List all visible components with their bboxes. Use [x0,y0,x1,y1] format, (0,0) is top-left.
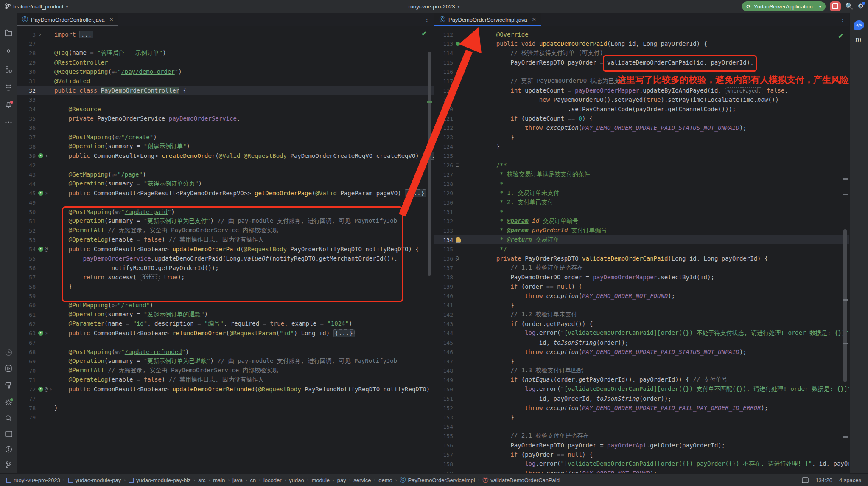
code-line[interactable]: 136@ private PayOrderRespDTO validateDem… [434,254,849,263]
code-line[interactable]: 77 [17,394,434,403]
line-number[interactable]: 132 [434,218,456,225]
fold-arrow-icon[interactable]: › [45,330,48,337]
line-number[interactable]: 71 [17,377,38,383]
line-number[interactable]: 157 [434,452,456,458]
line-number[interactable]: 67 [17,340,38,346]
line-number[interactable]: 77 [17,396,38,402]
code-line[interactable]: 124 } [434,142,849,151]
more-icon[interactable] [0,116,17,129]
fold-arrow-icon[interactable]: › [45,152,48,159]
line-number[interactable]: 36 [17,125,38,131]
fold-arrow-icon[interactable]: › [45,190,48,197]
code-line[interactable]: 121 if (updateCount == 0) { [434,114,849,123]
code-line[interactable]: 32public class PayDemoOrderController { [17,86,434,95]
code-line[interactable]: 44 @Operation(summary = "获得示例订单分页") [17,179,434,188]
indent-setting[interactable]: 4 spaces [839,477,861,483]
code-line[interactable]: 130 * 2. 支付单已支付 [434,198,849,207]
line-number[interactable]: 124 [434,143,456,150]
line-number[interactable]: 57 [17,274,38,281]
code-line[interactable]: 149 if (notEqual(order.getPayOrderId(), … [434,375,849,385]
line-number[interactable]: 78 [17,405,38,411]
line-number[interactable]: 128 [434,181,456,187]
code-line[interactable]: 61 @Operation(summary = "发起示例订单的退款") [17,310,434,319]
code-line[interactable]: 62 @Parameter(name = "id", description =… [17,319,434,329]
debug-icon[interactable] [0,396,17,408]
breadcrumb-item[interactable]: module [311,477,330,483]
breadcrumb-item[interactable]: yudao-module-pay [68,477,121,483]
line-number[interactable]: 158 [434,461,456,467]
run-icon[interactable] [0,362,17,375]
line-number[interactable]: 134 [434,237,456,243]
code-line[interactable]: 129 * 1. 交易订单未支付 [434,188,849,198]
code-line[interactable]: 57 return success( data: true); [17,272,434,282]
line-number[interactable]: 50 [17,209,38,215]
code-line[interactable]: 131 * [434,207,849,216]
branch-widget[interactable]: feature/mall_product ▾ [5,3,68,10]
line-number[interactable]: 63 [17,330,38,337]
line-number[interactable]: 49 [17,199,38,206]
problems-icon[interactable] [0,443,17,455]
code-line[interactable]: 38 @Operation(summary = "创建示例订单") [17,142,434,151]
code-line[interactable]: 52 @PermitAll // 无需登录, 安全由 PayDemoOrderS… [17,226,434,235]
line-number[interactable]: 147 [434,358,456,365]
line-number[interactable]: 129 [434,190,456,197]
line-number[interactable]: 146 [434,349,456,355]
notifications-icon[interactable] [0,98,17,111]
code-editor-left[interactable]: 3›import ...2728@Tag(name = "管理后台 - 示例订单… [17,26,434,473]
line-number[interactable]: 69 [17,358,38,365]
code-line[interactable]: 128 * [434,179,849,188]
code-line[interactable]: 127 * 校验交易订单满足被支付的条件 [434,170,849,179]
line-number[interactable]: 37 [17,134,38,140]
breadcrumb-item[interactable]: iocoder [263,477,282,483]
fold-arrow-icon[interactable]: › [38,31,42,38]
line-number[interactable]: 27 [17,41,38,47]
breadcrumb-item[interactable]: ⒸPayDemoOrderServiceImpl [400,476,475,484]
line-number[interactable]: 58 [17,284,38,290]
code-line[interactable]: 159 throw exception(PAY_ORDER_NOT_FOUND)… [434,469,849,473]
code-line[interactable]: 148 // 1.3 校验支付订单匹配 [434,366,849,375]
inspections-ok-icon[interactable]: ✔ [421,30,427,37]
tab-paydemoordercontroller[interactable]: Ⓒ PayDemoOrderController.java ✕ [17,13,118,26]
code-line[interactable]: 153 } [434,413,849,422]
line-number[interactable]: 140 [434,293,456,299]
breadcrumb-item[interactable]: service [353,477,371,483]
line-number[interactable]: 35 [17,115,38,122]
code-line[interactable]: 158 log.error("[validateDemoOrderCanPaid… [434,459,849,469]
line-number[interactable]: 121 [434,115,456,122]
code-line[interactable]: 141 } [434,301,849,310]
code-line[interactable]: 123 } [434,132,849,142]
line-number[interactable]: 31 [17,78,38,84]
line-number[interactable]: 149 [434,377,456,383]
line-number[interactable]: 115 [434,59,456,66]
line-number[interactable]: 137 [434,265,456,271]
line-number[interactable]: 43 [17,171,38,178]
line-number[interactable]: 55 [17,256,38,262]
line-number[interactable]: 133 [434,228,456,234]
code-line[interactable]: 39➤› public CommonResult<Long> createDem… [17,151,434,160]
code-line[interactable]: 156 PayOrderRespDTO payOrder = payOrderA… [434,441,849,450]
line-number[interactable]: 141 [434,302,456,309]
terminal-icon[interactable] [0,427,17,440]
line-number[interactable]: 3 [17,31,38,38]
code-line[interactable]: 28@Tag(name = "管理后台 - 示例订单") [17,48,434,58]
breadcrumb-item[interactable]: ruoyi-vue-pro-2023 [6,477,60,483]
line-number[interactable]: 52 [17,228,38,234]
code-line[interactable]: 58 } [17,282,434,291]
code-line[interactable]: 56 notifyReqDTO.getPayOrderId()); [17,263,434,272]
intention-bulb-icon[interactable] [456,237,461,243]
line-number[interactable]: 153 [434,414,456,421]
breadcrumb-item[interactable]: demo [378,477,392,483]
code-line[interactable]: 114 // 校验并获得支付订单 (可支付) [434,48,849,58]
code-editor-right[interactable]: 112 @Override113↑ public void updateDemo… [434,26,849,473]
code-line[interactable]: 115 PayOrderRespDTO payOrder = validateD… [434,58,849,67]
line-number[interactable]: 151 [434,396,456,402]
breadcrumb-item[interactable]: ⓜvalidateDemoOrderCanPaid [482,476,560,484]
more-options-icon[interactable]: ⋮ [840,15,846,23]
breadcrumb-item[interactable]: java [232,477,243,483]
code-line[interactable]: 143 if (order.getPayed()) { [434,319,849,329]
code-line[interactable]: 33 [17,95,434,104]
line-number[interactable]: 45 [17,190,38,197]
line-number[interactable]: 34 [17,106,38,112]
line-number[interactable]: 28 [17,50,38,56]
breadcrumb-item[interactable]: yudao-module-pay-biz [129,477,191,483]
